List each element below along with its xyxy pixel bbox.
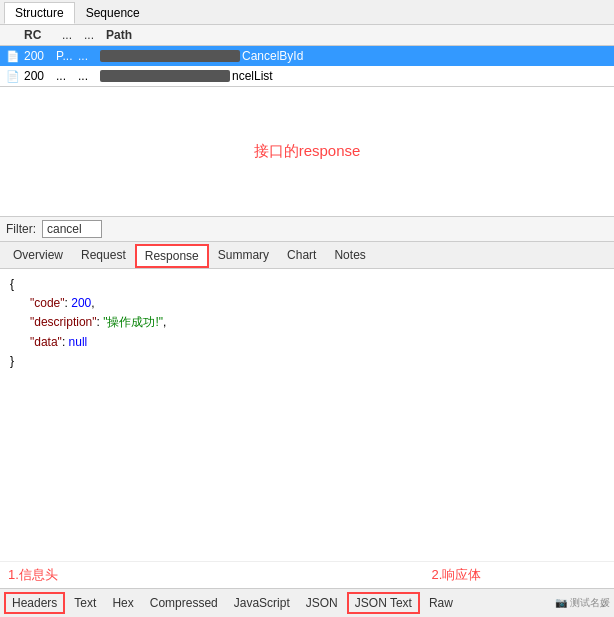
header-rc: RC xyxy=(22,27,60,43)
annotation-top-area: 接口的response xyxy=(0,87,614,217)
watermark: 📷 测试名媛 xyxy=(555,596,610,610)
filter-label: Filter: xyxy=(6,222,36,236)
json-content-area: { "code": 200, "description": "操作成功!", "… xyxy=(0,269,614,561)
filter-bar: Filter: cancel xyxy=(0,217,614,242)
annotation-bottom-bar: 1.信息头 2.响应体 xyxy=(0,561,614,588)
footer-tab-json-text[interactable]: JSON Text xyxy=(347,592,420,614)
footer-tab-javascript[interactable]: JavaScript xyxy=(227,593,297,613)
tab-structure[interactable]: Structure xyxy=(4,2,75,24)
top-tab-bar: Structure Sequence xyxy=(0,0,614,25)
row-icon: 📄 xyxy=(4,49,22,64)
row-dots2: ... xyxy=(76,48,98,64)
annotation-response-body: 2.响应体 xyxy=(307,566,606,584)
row-icon: 📄 xyxy=(4,69,22,84)
row-dots2: ... xyxy=(76,68,98,84)
footer-tab-hex[interactable]: Hex xyxy=(105,593,140,613)
row-dots1: ... xyxy=(54,68,76,84)
header-path: Path xyxy=(104,27,610,43)
annotation-info-header: 1.信息头 xyxy=(8,566,307,584)
footer-tab-bar: Headers Text Hex Compressed JavaScript J… xyxy=(0,588,614,617)
header-icon-spacer xyxy=(4,27,22,43)
path-suffix: CancelById xyxy=(242,49,303,63)
json-line-brace-close: } xyxy=(10,352,604,371)
row-path: CancelById xyxy=(98,48,610,64)
footer-tab-text[interactable]: Text xyxy=(67,593,103,613)
json-line-code: "code": 200, xyxy=(30,294,604,313)
blurred-path xyxy=(100,70,230,82)
tab-request[interactable]: Request xyxy=(72,244,135,268)
path-suffix: ncelList xyxy=(232,69,273,83)
tab-overview[interactable]: Overview xyxy=(4,244,72,268)
blurred-path xyxy=(100,50,240,62)
table-header: RC ... ... Path xyxy=(0,25,614,46)
table-row[interactable]: 📄 200 ... ... ncelList xyxy=(0,66,614,86)
footer-tab-headers[interactable]: Headers xyxy=(4,592,65,614)
json-line-data: "data": null xyxy=(30,333,604,352)
request-table: 📄 200 P... ... CancelById 📄 200 ... ... … xyxy=(0,46,614,87)
footer-tab-json[interactable]: JSON xyxy=(299,593,345,613)
row-path: ncelList xyxy=(98,68,610,84)
annotation-top-text: 接口的response xyxy=(254,142,361,161)
tab-summary[interactable]: Summary xyxy=(209,244,278,268)
row-dots1: P... xyxy=(54,48,76,64)
table-row[interactable]: 📄 200 P... ... CancelById xyxy=(0,46,614,66)
response-tab-bar: Overview Request Response Summary Chart … xyxy=(0,242,614,269)
footer-tab-compressed[interactable]: Compressed xyxy=(143,593,225,613)
footer-tab-raw[interactable]: Raw xyxy=(422,593,460,613)
json-line-description: "description": "操作成功!", xyxy=(30,313,604,332)
tab-response[interactable]: Response xyxy=(135,244,209,268)
tab-notes[interactable]: Notes xyxy=(325,244,374,268)
filter-input[interactable]: cancel xyxy=(42,220,102,238)
tab-chart[interactable]: Chart xyxy=(278,244,325,268)
tab-sequence[interactable]: Sequence xyxy=(75,2,151,24)
header-dots1: ... xyxy=(60,27,82,43)
json-line-brace-open: { xyxy=(10,275,604,294)
row-rc: 200 xyxy=(22,68,54,84)
header-dots2: ... xyxy=(82,27,104,43)
row-rc: 200 xyxy=(22,48,54,64)
